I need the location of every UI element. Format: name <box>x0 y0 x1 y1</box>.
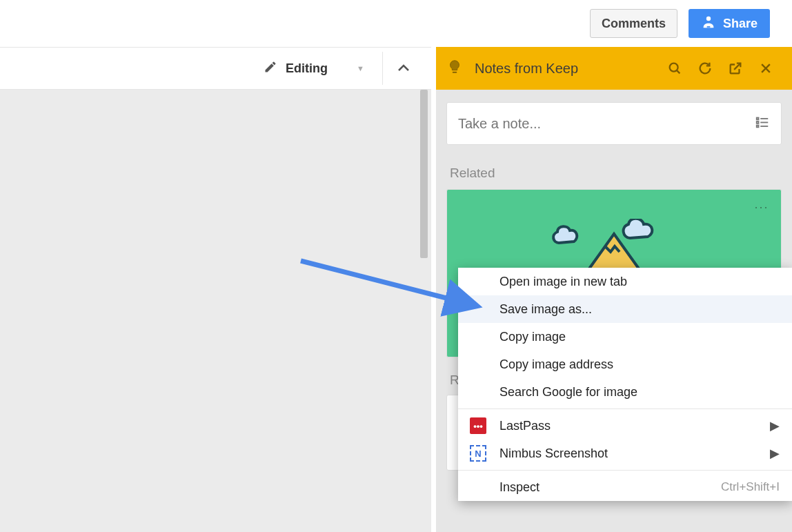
svg-line-6 <box>734 63 740 70</box>
svg-point-2 <box>705 26 707 28</box>
share-button-label: Share <box>723 17 758 31</box>
nimbus-icon: N <box>470 445 486 462</box>
submenu-arrow-icon: ▶ <box>770 418 780 433</box>
context-ext-nimbus[interactable]: N Nimbus Screenshot ▶ <box>458 440 792 467</box>
comments-button[interactable]: Comments <box>590 9 677 38</box>
context-separator <box>458 470 792 471</box>
context-save-image-as[interactable]: Save image as... <box>458 295 792 323</box>
svg-rect-9 <box>757 118 759 120</box>
take-note-input-wrap[interactable] <box>446 102 782 145</box>
collapse-toolbar-button[interactable] <box>383 52 424 85</box>
svg-point-3 <box>710 26 712 28</box>
editing-mode-dropdown[interactable]: Editing ▼ <box>258 52 383 85</box>
header-bar: Comments Share <box>0 0 792 47</box>
svg-line-5 <box>677 70 680 73</box>
keep-header: Notes from Keep <box>436 47 792 90</box>
doc-toolbar: Editing ▼ <box>0 47 431 90</box>
document-canvas[interactable] <box>0 90 431 532</box>
note-more-icon[interactable]: ⋮ <box>753 201 770 213</box>
context-ext-lastpass[interactable]: ••• LastPass ▶ <box>458 412 792 440</box>
keep-search-button[interactable] <box>660 53 690 83</box>
svg-point-0 <box>706 16 711 20</box>
keep-refresh-button[interactable] <box>690 53 720 83</box>
keep-title: Notes from Keep <box>475 61 660 77</box>
context-copy-image-address[interactable]: Copy image address <box>458 351 792 378</box>
share-person-icon <box>701 14 716 33</box>
pencil-icon <box>264 60 277 77</box>
submenu-arrow-icon: ▶ <box>770 446 780 461</box>
context-search-google-image[interactable]: Search Google for image <box>458 378 792 406</box>
context-inspect-label: Inspect <box>499 480 539 495</box>
context-ext-lastpass-label: LastPass <box>499 419 551 433</box>
context-inspect[interactable]: Inspect Ctrl+Shift+I <box>458 473 792 501</box>
editing-mode-label: Editing <box>286 61 328 76</box>
keep-bulb-icon <box>447 59 462 77</box>
svg-rect-11 <box>757 121 759 124</box>
context-menu: Open image in new tab Save image as... C… <box>458 268 792 501</box>
vertical-scrollbar[interactable] <box>420 90 428 258</box>
context-ext-nimbus-label: Nimbus Screenshot <box>499 446 608 461</box>
dropdown-caret-icon: ▼ <box>357 64 364 72</box>
share-button[interactable]: Share <box>689 9 770 38</box>
new-list-icon[interactable] <box>755 115 770 132</box>
lastpass-icon: ••• <box>470 417 486 434</box>
svg-point-4 <box>670 63 678 72</box>
svg-rect-13 <box>757 126 759 128</box>
related-section-label: Related <box>450 166 778 181</box>
context-open-image-new-tab[interactable]: Open image in new tab <box>458 268 792 295</box>
take-note-input[interactable] <box>458 116 755 132</box>
keep-open-external-button[interactable] <box>720 53 751 83</box>
keep-close-button[interactable] <box>751 53 781 83</box>
context-inspect-shortcut: Ctrl+Shift+I <box>721 480 780 494</box>
context-copy-image[interactable]: Copy image <box>458 323 792 351</box>
context-separator <box>458 408 792 409</box>
